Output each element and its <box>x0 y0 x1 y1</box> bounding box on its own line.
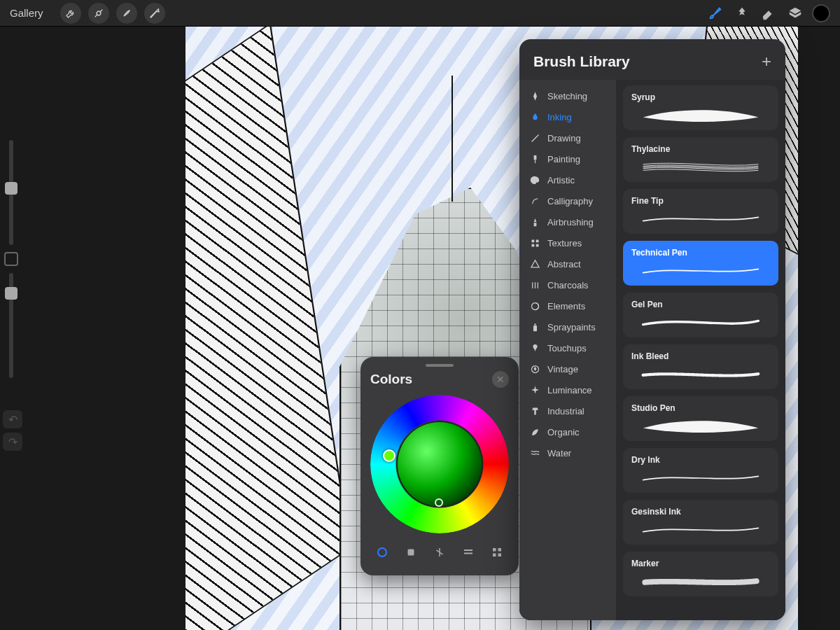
category-luminance[interactable]: Luminance <box>519 379 616 400</box>
brush-technical-pen[interactable]: Technical Pen <box>623 241 778 286</box>
abstract-icon <box>529 258 540 270</box>
gallery-button[interactable]: Gallery <box>10 7 43 19</box>
brush-fine-tip[interactable]: Fine Tip <box>623 189 778 234</box>
harmony-mode-icon[interactable] <box>430 543 449 561</box>
brush-size-slider[interactable] <box>9 140 13 245</box>
category-vintage[interactable]: Vintage <box>519 358 616 379</box>
category-label: Painting <box>547 154 580 164</box>
transform-icon[interactable] <box>144 3 165 24</box>
category-airbrushing[interactable]: Airbrushing <box>519 211 616 232</box>
color-swatch[interactable] <box>812 4 830 22</box>
svg-rect-7 <box>534 160 535 163</box>
palettes-mode-icon[interactable] <box>488 543 506 561</box>
svg-rect-6 <box>533 155 536 159</box>
smudge-tool-icon[interactable] <box>732 4 752 23</box>
adjustments-icon[interactable] <box>88 3 109 24</box>
category-elements[interactable]: Elements <box>519 295 616 316</box>
category-spraypaints[interactable]: Spraypaints <box>519 316 616 337</box>
undo-button[interactable]: ↶ <box>3 410 22 428</box>
category-label: Vintage <box>547 364 578 374</box>
category-label: Spraypaints <box>547 322 596 332</box>
airbrushing-icon <box>529 216 540 227</box>
classic-mode-icon[interactable] <box>402 543 420 561</box>
brush-preview <box>631 521 770 539</box>
category-organic[interactable]: Organic <box>519 421 616 442</box>
brush-library-title: Brush Library <box>533 53 630 70</box>
brush-name: Gel Pen <box>631 300 770 309</box>
category-label: Luminance <box>547 385 592 396</box>
category-label: Calligraphy <box>547 196 593 206</box>
brush-syrup[interactable]: Syrup <box>623 85 778 130</box>
wrench-icon[interactable] <box>60 3 81 24</box>
calligraphy-icon <box>529 195 540 206</box>
textures-icon <box>529 237 540 248</box>
color-wheel[interactable] <box>370 395 509 533</box>
svg-rect-11 <box>536 244 538 246</box>
brush-preview <box>631 365 770 384</box>
category-water[interactable]: Water <box>519 442 616 463</box>
layers-icon[interactable] <box>785 4 805 23</box>
brush-gesinski-ink[interactable]: Gesinski Ink <box>623 500 778 545</box>
category-abstract[interactable]: Abstract <box>519 253 616 274</box>
elements-icon <box>529 300 540 312</box>
selection-icon[interactable] <box>116 3 137 24</box>
category-industrial[interactable]: Industrial <box>519 400 616 421</box>
brush-preview <box>631 573 770 591</box>
vintage-icon <box>529 363 540 374</box>
category-painting[interactable]: Painting <box>519 148 616 169</box>
category-touchups[interactable]: Touchups <box>519 337 616 358</box>
brush-marker[interactable]: Marker <box>623 552 778 596</box>
brush-category-list: SketchingInkingDrawingPaintingArtisticCa… <box>519 80 616 620</box>
modify-button[interactable] <box>4 252 18 266</box>
brush-name: Fine Tip <box>631 196 770 206</box>
category-artistic[interactable]: Artistic <box>519 169 616 190</box>
brush-gel-pen[interactable]: Gel Pen <box>623 293 778 337</box>
painting-icon <box>529 153 540 164</box>
brush-name: Gesinski Ink <box>631 507 770 517</box>
drag-handle-icon[interactable] <box>426 364 454 367</box>
svg-rect-8 <box>531 239 534 242</box>
category-sketching[interactable]: Sketching <box>519 85 616 106</box>
category-label: Sketching <box>547 91 587 102</box>
disc-mode-icon[interactable] <box>373 543 391 561</box>
sketching-icon <box>529 90 540 102</box>
category-textures[interactable]: Textures <box>519 232 616 253</box>
brush-dry-ink[interactable]: Dry Ink <box>623 448 778 493</box>
category-charcoals[interactable]: Charcoals <box>519 274 616 295</box>
svg-point-0 <box>378 548 386 556</box>
luminance-icon <box>529 384 540 396</box>
category-label: Water <box>547 448 571 458</box>
industrial-icon <box>529 405 540 416</box>
saturation-handle[interactable] <box>435 498 443 507</box>
brush-thylacine[interactable]: Thylacine <box>623 137 778 182</box>
category-inking[interactable]: Inking <box>519 106 616 127</box>
brush-tool-icon[interactable] <box>706 4 725 23</box>
category-label: Textures <box>547 238 582 248</box>
category-drawing[interactable]: Drawing <box>519 127 616 148</box>
brush-name: Technical Pen <box>631 248 770 258</box>
drawing-icon <box>529 132 540 144</box>
brush-ink-bleed[interactable]: Ink Bleed <box>623 344 778 389</box>
eraser-tool-icon[interactable] <box>759 4 778 23</box>
opacity-slider[interactable] <box>9 273 13 378</box>
category-label: Touchups <box>547 343 587 354</box>
value-mode-icon[interactable] <box>459 543 477 561</box>
artistic-icon <box>529 174 540 186</box>
add-brush-icon[interactable]: + <box>762 52 771 71</box>
category-calligraphy[interactable]: Calligraphy <box>519 190 616 211</box>
brush-preview <box>631 158 770 176</box>
svg-rect-2 <box>493 548 496 552</box>
category-label: Drawing <box>547 133 581 144</box>
brush-preview <box>631 106 770 125</box>
inking-icon <box>529 111 540 122</box>
colors-panel[interactable]: Colors ✕ <box>360 357 519 575</box>
brush-library-panel: Brush Library + SketchingInkingDrawingPa… <box>519 39 785 620</box>
redo-button[interactable]: ↷ <box>3 433 22 451</box>
brush-preview <box>631 210 770 228</box>
charcoals-icon <box>529 279 540 290</box>
brush-studio-pen[interactable]: Studio Pen <box>623 396 778 441</box>
colors-title: Colors <box>370 372 412 387</box>
close-icon[interactable]: ✕ <box>492 371 509 388</box>
hue-handle[interactable] <box>383 449 396 462</box>
brush-preview <box>631 314 770 332</box>
